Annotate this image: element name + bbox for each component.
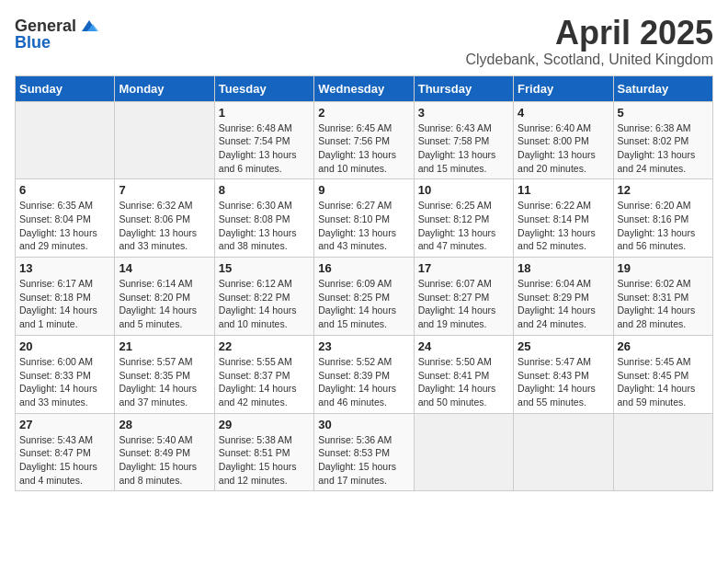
day-number: 6 (19, 183, 110, 197)
calendar-day-cell (414, 413, 513, 491)
weekday-header-cell: Sunday (16, 75, 115, 101)
location-subtitle: Clydebank, Scotland, United Kingdom (466, 52, 714, 68)
day-info: Sunrise: 5:52 AM Sunset: 8:39 PM Dayligh… (318, 355, 409, 409)
day-info: Sunrise: 5:38 AM Sunset: 8:51 PM Dayligh… (219, 433, 310, 488)
calendar-day-cell: 8Sunrise: 6:30 AM Sunset: 8:08 PM Daylig… (214, 179, 313, 258)
day-number: 5 (618, 106, 709, 120)
calendar-day-cell: 12Sunrise: 6:20 AM Sunset: 8:16 PM Dayli… (613, 179, 712, 258)
calendar-week-row: 1Sunrise: 6:48 AM Sunset: 7:54 PM Daylig… (16, 101, 713, 179)
calendar-day-cell: 16Sunrise: 6:09 AM Sunset: 8:25 PM Dayli… (314, 258, 414, 336)
day-info: Sunrise: 6:45 AM Sunset: 7:56 PM Dayligh… (318, 121, 409, 176)
day-info: Sunrise: 5:40 AM Sunset: 8:49 PM Dayligh… (119, 433, 210, 488)
calendar-day-cell: 13Sunrise: 6:17 AM Sunset: 8:18 PM Dayli… (16, 258, 115, 336)
weekday-header-row: SundayMondayTuesdayWednesdayThursdayFrid… (16, 75, 713, 101)
calendar-day-cell: 15Sunrise: 6:12 AM Sunset: 8:22 PM Dayli… (214, 258, 313, 336)
day-info: Sunrise: 6:48 AM Sunset: 7:54 PM Dayligh… (219, 121, 310, 176)
weekday-header-cell: Friday (514, 75, 613, 101)
day-info: Sunrise: 6:00 AM Sunset: 8:33 PM Dayligh… (19, 355, 110, 409)
calendar-day-cell: 20Sunrise: 6:00 AM Sunset: 8:33 PM Dayli… (16, 335, 115, 413)
day-number: 27 (19, 418, 110, 431)
calendar-day-cell: 4Sunrise: 6:40 AM Sunset: 8:00 PM Daylig… (514, 101, 613, 179)
title-area: April 2025 Clydebank, Scotland, United K… (466, 15, 714, 68)
day-info: Sunrise: 6:25 AM Sunset: 8:12 PM Dayligh… (418, 199, 509, 253)
calendar-day-cell: 27Sunrise: 5:43 AM Sunset: 8:47 PM Dayli… (16, 413, 115, 491)
day-info: Sunrise: 5:43 AM Sunset: 8:47 PM Dayligh… (19, 433, 110, 488)
day-info: Sunrise: 6:07 AM Sunset: 8:27 PM Dayligh… (418, 277, 509, 331)
calendar-day-cell: 26Sunrise: 5:45 AM Sunset: 8:45 PM Dayli… (613, 335, 712, 413)
day-number: 30 (318, 418, 409, 431)
day-info: Sunrise: 5:55 AM Sunset: 8:37 PM Dayligh… (219, 355, 310, 409)
calendar-day-cell: 3Sunrise: 6:43 AM Sunset: 7:58 PM Daylig… (414, 101, 513, 179)
day-info: Sunrise: 6:02 AM Sunset: 8:31 PM Dayligh… (618, 277, 709, 331)
day-info: Sunrise: 5:36 AM Sunset: 8:53 PM Dayligh… (318, 433, 409, 488)
day-number: 29 (219, 418, 310, 431)
day-info: Sunrise: 6:09 AM Sunset: 8:25 PM Dayligh… (318, 277, 409, 331)
calendar-day-cell: 9Sunrise: 6:27 AM Sunset: 8:10 PM Daylig… (314, 179, 414, 258)
weekday-header-cell: Monday (115, 75, 214, 101)
calendar-day-cell: 23Sunrise: 5:52 AM Sunset: 8:39 PM Dayli… (314, 335, 414, 413)
day-number: 3 (418, 106, 509, 120)
logo-blue-text: Blue (15, 33, 51, 52)
calendar-week-row: 20Sunrise: 6:00 AM Sunset: 8:33 PM Dayli… (16, 335, 713, 413)
day-info: Sunrise: 5:45 AM Sunset: 8:45 PM Dayligh… (618, 355, 709, 409)
day-info: Sunrise: 6:14 AM Sunset: 8:20 PM Dayligh… (119, 277, 210, 331)
calendar-day-cell (115, 101, 214, 179)
day-info: Sunrise: 5:50 AM Sunset: 8:41 PM Dayligh… (418, 355, 509, 409)
day-info: Sunrise: 6:35 AM Sunset: 8:04 PM Dayligh… (19, 199, 110, 253)
calendar-week-row: 6Sunrise: 6:35 AM Sunset: 8:04 PM Daylig… (16, 179, 713, 258)
calendar-day-cell: 24Sunrise: 5:50 AM Sunset: 8:41 PM Dayli… (414, 335, 513, 413)
calendar-day-cell: 21Sunrise: 5:57 AM Sunset: 8:35 PM Dayli… (115, 335, 214, 413)
day-info: Sunrise: 6:38 AM Sunset: 8:02 PM Dayligh… (618, 121, 709, 176)
month-year-title: April 2025 (466, 15, 714, 52)
header: General Blue April 2025 Clydebank, Scotl… (15, 15, 713, 68)
day-number: 12 (618, 183, 709, 197)
day-number: 20 (19, 339, 110, 353)
day-number: 11 (518, 183, 609, 197)
calendar-day-cell: 22Sunrise: 5:55 AM Sunset: 8:37 PM Dayli… (214, 335, 313, 413)
calendar-week-row: 13Sunrise: 6:17 AM Sunset: 8:18 PM Dayli… (16, 258, 713, 336)
calendar-day-cell: 6Sunrise: 6:35 AM Sunset: 8:04 PM Daylig… (16, 179, 115, 258)
day-number: 16 (318, 261, 409, 275)
day-number: 15 (219, 261, 310, 275)
day-number: 13 (19, 261, 110, 275)
day-number: 19 (618, 261, 709, 275)
calendar-day-cell: 19Sunrise: 6:02 AM Sunset: 8:31 PM Dayli… (613, 258, 712, 336)
weekday-header-cell: Wednesday (314, 75, 414, 101)
calendar-day-cell: 17Sunrise: 6:07 AM Sunset: 8:27 PM Dayli… (414, 258, 513, 336)
day-number: 17 (418, 261, 509, 275)
calendar-day-cell: 1Sunrise: 6:48 AM Sunset: 7:54 PM Daylig… (214, 101, 313, 179)
calendar-day-cell: 7Sunrise: 6:32 AM Sunset: 8:06 PM Daylig… (115, 179, 214, 258)
calendar-day-cell: 11Sunrise: 6:22 AM Sunset: 8:14 PM Dayli… (514, 179, 613, 258)
calendar-day-cell: 28Sunrise: 5:40 AM Sunset: 8:49 PM Dayli… (115, 413, 214, 491)
day-info: Sunrise: 5:57 AM Sunset: 8:35 PM Dayligh… (119, 355, 210, 409)
calendar-day-cell: 5Sunrise: 6:38 AM Sunset: 8:02 PM Daylig… (613, 101, 712, 179)
day-number: 1 (219, 106, 310, 120)
day-info: Sunrise: 6:22 AM Sunset: 8:14 PM Dayligh… (518, 199, 609, 253)
day-info: Sunrise: 6:43 AM Sunset: 7:58 PM Dayligh… (418, 121, 509, 176)
day-info: Sunrise: 6:40 AM Sunset: 8:00 PM Dayligh… (518, 121, 609, 176)
weekday-header-cell: Thursday (414, 75, 513, 101)
calendar-day-cell (16, 101, 115, 179)
day-info: Sunrise: 5:47 AM Sunset: 8:43 PM Dayligh… (518, 355, 609, 409)
calendar-table: SundayMondayTuesdayWednesdayThursdayFrid… (15, 75, 713, 492)
day-number: 23 (318, 339, 409, 353)
day-info: Sunrise: 6:17 AM Sunset: 8:18 PM Dayligh… (19, 277, 110, 331)
day-number: 2 (318, 106, 409, 120)
calendar-day-cell (613, 413, 712, 491)
day-number: 28 (119, 418, 210, 431)
day-number: 18 (518, 261, 609, 275)
day-number: 25 (518, 339, 609, 353)
calendar-week-row: 27Sunrise: 5:43 AM Sunset: 8:47 PM Dayli… (16, 413, 713, 491)
day-info: Sunrise: 6:27 AM Sunset: 8:10 PM Dayligh… (318, 199, 409, 253)
calendar-day-cell (514, 413, 613, 491)
calendar-day-cell: 18Sunrise: 6:04 AM Sunset: 8:29 PM Dayli… (514, 258, 613, 336)
calendar-day-cell: 10Sunrise: 6:25 AM Sunset: 8:12 PM Dayli… (414, 179, 513, 258)
day-info: Sunrise: 6:04 AM Sunset: 8:29 PM Dayligh… (518, 277, 609, 331)
day-number: 22 (219, 339, 310, 353)
day-number: 24 (418, 339, 509, 353)
logo-icon (78, 15, 100, 37)
calendar-day-cell: 29Sunrise: 5:38 AM Sunset: 8:51 PM Dayli… (214, 413, 313, 491)
weekday-header-cell: Tuesday (214, 75, 313, 101)
logo: General Blue (15, 15, 100, 52)
weekday-header-cell: Saturday (613, 75, 712, 101)
